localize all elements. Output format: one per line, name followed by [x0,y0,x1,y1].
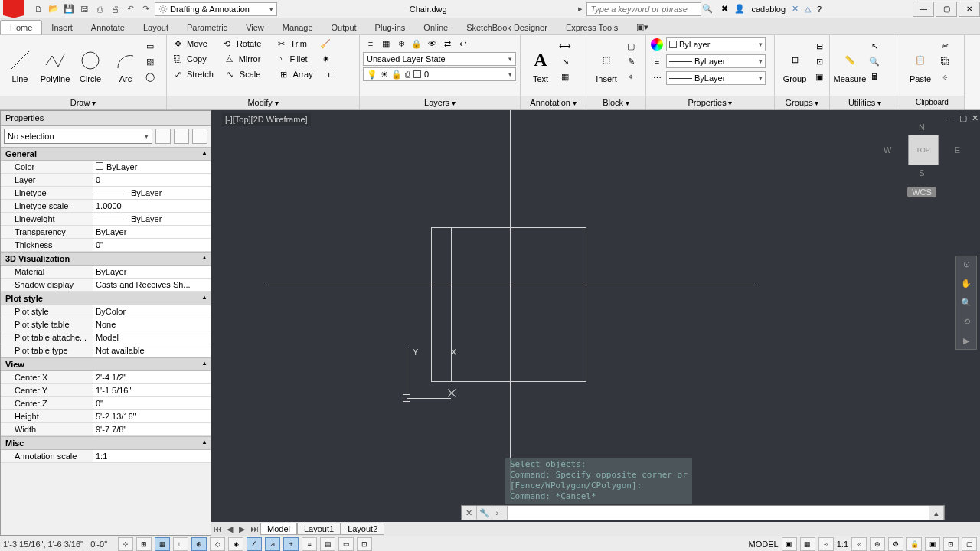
prop-value[interactable]: 5'-2 13/16" [93,410,211,422]
layout-tab-model[interactable]: Model [260,523,297,535]
prop-value[interactable]: 0" [93,239,211,251]
toolbar-lock-button[interactable]: 🔒 [906,537,922,551]
plot-icon[interactable]: ⎙ [93,3,106,15]
cmd-wrench-icon[interactable]: 🔧 [477,506,492,520]
polyline-button[interactable]: Polyline [38,37,72,94]
insert-button[interactable]: ⬚Insert [590,37,623,94]
stretch-button[interactable]: Stretch [187,70,214,79]
layout-tab-2[interactable]: Layout2 [341,523,384,535]
scale-button[interactable]: Scale [240,70,261,79]
viewcube[interactable]: N WTOPE S WCS [884,122,960,197]
search-input[interactable] [586,2,701,16]
layeriso-icon[interactable]: ▦ [380,37,392,50]
prop-value[interactable]: 1:1 [93,450,211,462]
a360-icon[interactable]: △ [805,4,811,14]
ellipse-icon[interactable]: ◯ [144,70,156,83]
cmd-prompt-icon[interactable]: ›_ [492,506,508,520]
qselect-icon[interactable]: 🔍 [868,55,880,67]
mirror-button[interactable]: Mirror [239,54,261,64]
colorwheel-icon[interactable] [651,38,663,51]
x-icon[interactable]: ✕ [792,4,799,14]
ucs-icon[interactable]: Y X [407,347,460,401]
erase-icon[interactable]: 🧹 [319,37,332,50]
prop-value[interactable]: 9'-7 7/8" [93,423,211,435]
clipcopy-icon[interactable]: ⿻ [939,55,951,67]
lwt-button[interactable]: ≡ [302,537,317,551]
annovis-button[interactable]: ⟐ [851,537,867,551]
workspace-dropdown[interactable]: Drafting & Annotation [155,2,277,16]
prop-value[interactable]: ByColor [93,305,211,318]
pickadd-button[interactable] [155,129,171,144]
prop-section[interactable]: Misc [1,436,211,450]
prop-value[interactable]: Model [93,331,211,344]
panel-block-title[interactable]: Block ▾ [586,96,645,109]
save-icon[interactable]: 💾 [63,3,75,15]
user-label[interactable]: cadablog [751,5,786,14]
create-block-icon[interactable]: ▢ [625,40,637,52]
panel-groups-title[interactable]: Groups ▾ [775,96,829,109]
layeroff-icon[interactable]: 👁 [426,37,438,50]
circle-button[interactable]: Circle [74,37,107,94]
tpy-button[interactable]: ▤ [320,537,335,551]
prop-value[interactable]: 0" [93,397,211,409]
print-icon[interactable]: 🖨 [109,3,121,15]
tab-manage[interactable]: Manage [273,21,322,34]
viewcube-top[interactable]: TOP [908,135,939,165]
quickselect-button[interactable] [192,129,207,144]
calc-icon[interactable]: 🖩 [868,70,880,83]
layerfrz-icon[interactable]: ❄ [395,37,407,50]
tab-online[interactable]: Online [414,21,457,34]
wcs-button[interactable]: WCS [907,187,936,197]
cleanscreen-button[interactable]: ▢ [962,537,977,551]
panel-properties-title[interactable]: Properties ▾ [646,96,774,109]
select-icon[interactable]: ↖ [868,40,880,52]
maximize-button[interactable]: ▢ [936,2,957,17]
dim-icon[interactable]: ⟷ [559,40,571,52]
quickview-button[interactable]: ▦ [800,537,815,551]
model-label[interactable]: MODEL [749,540,779,549]
app-logo[interactable] [3,0,24,18]
layermatch-icon[interactable]: ⇄ [441,37,453,50]
lweight-icon[interactable]: ≡ [651,55,663,67]
signin-icon[interactable]: 👤 [734,4,745,14]
trim-button[interactable]: Trim [290,39,307,48]
prop-value[interactable]: 1.0000 [93,200,211,212]
tab-sketchbook[interactable]: SketchBook Designer [457,21,557,34]
table-icon[interactable]: ▦ [559,70,571,83]
fullnav-icon[interactable]: ⊙ [963,259,970,269]
3dosnap-button[interactable]: ◈ [228,537,243,551]
prop-value[interactable]: ByLayer [93,266,211,278]
prop-value[interactable]: ByLayer [93,161,211,173]
prop-value[interactable]: ByLayer [93,187,211,199]
layout-tab-1[interactable]: Layout1 [297,523,341,535]
help-icon[interactable]: ? [817,5,822,14]
saveas-icon[interactable]: 🖫 [78,3,90,15]
modelspace-button[interactable]: ▣ [782,537,797,551]
rotate-button[interactable]: Rotate [237,39,261,48]
exchange-icon[interactable]: ✖ [721,4,728,14]
qp-button[interactable]: ▭ [338,537,354,551]
tab-layout[interactable]: Layout [134,21,178,34]
prop-value[interactable]: 0 [93,174,211,186]
tab-first-icon[interactable]: ⏮ [211,524,224,533]
panel-utilities-title[interactable]: Utilities ▾ [830,96,900,109]
rectangle-icon[interactable]: ▭ [144,40,156,52]
ltype-icon[interactable]: ⋯ [651,72,663,84]
trim-icon[interactable]: ✂ [275,37,287,50]
minimize-button[interactable]: — [913,2,934,17]
drawing-canvas[interactable]: [-][Top][2D Wireframe] — ▢ ✕ Y X N [211,110,980,522]
linetype-dropdown[interactable]: ByLayer [666,71,766,85]
isolate-button[interactable]: ⊡ [943,537,959,551]
open-icon[interactable]: 📂 [47,3,60,15]
measure-button[interactable]: 📏Measure [833,37,867,94]
prop-value[interactable]: 2'-4 1/2" [93,371,211,383]
hardware-button[interactable]: ▣ [925,537,940,551]
pan-icon[interactable]: ✋ [961,279,972,289]
prop-value[interactable]: ByLayer [93,226,211,238]
osnap-button[interactable]: ◇ [210,537,225,551]
tab-parametric[interactable]: Parametric [178,21,237,34]
orbit-icon[interactable]: ⟲ [963,317,970,327]
ducs-button[interactable]: ⊿ [265,537,280,551]
tab-plugins[interactable]: Plug-ins [366,21,415,34]
array-icon[interactable]: ⊞ [277,68,289,80]
